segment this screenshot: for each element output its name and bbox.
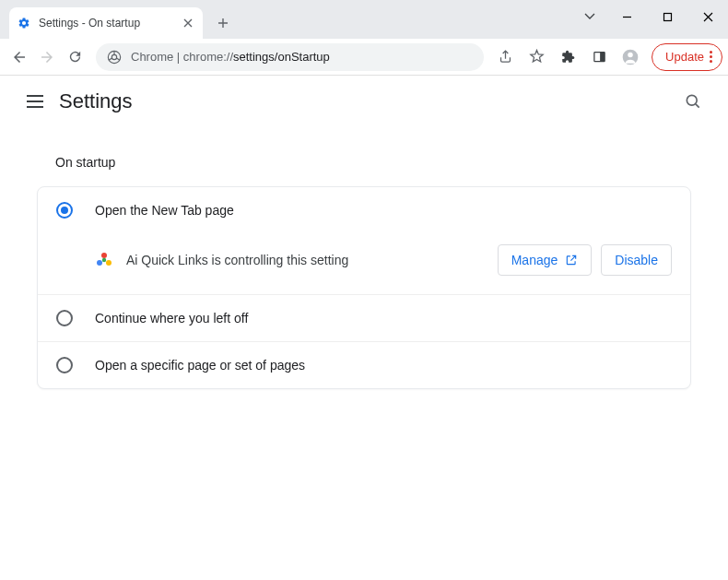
address-bar[interactable]: Chrome | chrome://settings/onStartup: [96, 43, 484, 71]
close-icon[interactable]: [181, 16, 195, 30]
browser-tab[interactable]: Settings - On startup: [9, 7, 203, 39]
more-icon: [710, 51, 712, 63]
extension-notice: Ai Quick Links is controlling this setti…: [38, 233, 690, 294]
settings-header: Settings: [0, 76, 728, 127]
update-label: Update: [665, 50, 704, 64]
disable-button[interactable]: Disable: [601, 244, 672, 276]
maximize-button[interactable]: [647, 0, 687, 33]
new-tab-button[interactable]: [210, 10, 236, 36]
radio-unselected[interactable]: [56, 310, 73, 326]
chevron-down-icon[interactable]: [573, 0, 606, 33]
svg-point-8: [101, 253, 107, 258]
option-specific-pages[interactable]: Open a specific page or set of pages: [38, 341, 690, 388]
minimize-button[interactable]: [606, 0, 647, 33]
extensions-icon[interactable]: [554, 43, 581, 71]
profile-icon[interactable]: [616, 43, 644, 71]
option-label: Open the New Tab page: [95, 203, 234, 218]
window-controls: [573, 0, 728, 33]
address-prefix: Chrome | chrome://: [131, 50, 233, 64]
close-window-button[interactable]: [687, 0, 728, 33]
bookmark-icon[interactable]: [523, 43, 550, 71]
svg-point-2: [112, 54, 116, 59]
external-link-icon: [565, 254, 578, 266]
svg-point-6: [628, 52, 633, 57]
title-bar: Settings - On startup: [0, 0, 728, 39]
panel-icon[interactable]: [585, 43, 613, 71]
address-path: settings/onStartup: [233, 50, 330, 64]
disable-label: Disable: [615, 253, 658, 267]
share-icon[interactable]: [491, 43, 519, 71]
svg-rect-4: [600, 53, 605, 62]
extension-app-icon: [95, 251, 113, 269]
manage-label: Manage: [511, 253, 558, 267]
search-icon[interactable]: [676, 85, 710, 118]
manage-button[interactable]: Manage: [498, 244, 593, 276]
page-title: Settings: [59, 89, 133, 113]
tab-title: Settings - On startup: [39, 17, 181, 30]
extension-message: Ai Quick Links is controlling this setti…: [126, 253, 348, 267]
option-continue[interactable]: Continue where you left off: [38, 294, 690, 341]
svg-point-10: [106, 260, 112, 266]
startup-card: Open the New Tab page Ai Quick Links is …: [37, 186, 691, 389]
back-button[interactable]: [6, 43, 33, 71]
toolbar: Chrome | chrome://settings/onStartup Upd…: [0, 39, 728, 76]
option-label: Open a specific page or set of pages: [95, 358, 305, 373]
radio-unselected[interactable]: [56, 357, 73, 373]
radio-selected[interactable]: [56, 202, 73, 219]
reload-button[interactable]: [61, 43, 88, 71]
option-new-tab[interactable]: Open the New Tab page: [38, 187, 690, 233]
update-button[interactable]: Update: [652, 43, 722, 71]
menu-icon[interactable]: [18, 85, 52, 118]
svg-point-7: [687, 95, 697, 105]
svg-rect-0: [663, 13, 671, 20]
option-label: Continue where you left off: [95, 311, 248, 326]
gear-icon: [17, 16, 31, 30]
content: On startup Open the New Tab page Ai Quic…: [0, 127, 728, 408]
svg-point-9: [97, 260, 102, 266]
svg-point-11: [102, 258, 106, 262]
chrome-icon: [107, 50, 122, 65]
section-title: On startup: [55, 155, 691, 170]
forward-button: [33, 43, 61, 71]
